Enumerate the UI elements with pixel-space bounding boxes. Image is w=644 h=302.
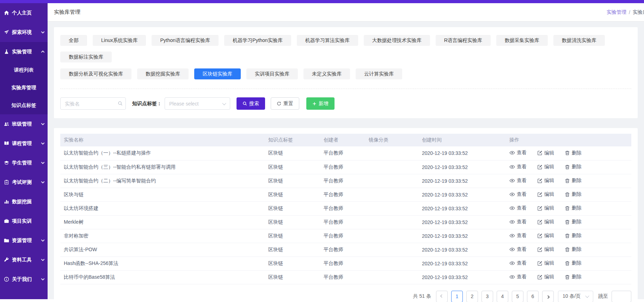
sidebar-item-about[interactable]: 关于我们 (0, 270, 48, 289)
view-action[interactable]: 查看 (509, 274, 527, 280)
filter-tag[interactable]: 全部 (60, 35, 87, 46)
view-action[interactable]: 查看 (509, 232, 527, 239)
page-number-button[interactable]: 6 (527, 291, 539, 302)
users-icon (4, 121, 10, 127)
delete-action[interactable]: 删除 (565, 164, 582, 170)
page-number-button[interactable]: 5 (512, 291, 523, 302)
sidebar-item-course-list[interactable]: 课程列表 (0, 61, 48, 79)
sidebar-item-experiment[interactable]: 实验管理 (0, 42, 48, 61)
edit-action[interactable]: 编辑 (537, 177, 554, 184)
edit-action[interactable]: 编辑 (537, 205, 554, 211)
filter-tag[interactable]: 数据分析及可视化实验库 (60, 68, 131, 79)
delete-action[interactable]: 删除 (565, 191, 582, 198)
sidebar-item-class[interactable]: 班级管理 (0, 114, 48, 134)
experiment-name-input[interactable] (60, 97, 126, 110)
delete-action[interactable]: 删除 (565, 219, 582, 225)
content: 全部 Linux系统实验库 Python语言编程实验库 机器学习Python实验… (48, 22, 644, 302)
edit-action[interactable]: 编辑 (537, 274, 554, 280)
edit-icon (537, 178, 542, 183)
filter-tag[interactable]: 数据清洗实验库 (553, 35, 605, 46)
filter-tag[interactable]: 未定义实验库 (303, 68, 350, 79)
view-action[interactable]: 查看 (509, 205, 527, 211)
next-page-button[interactable] (542, 291, 554, 302)
sidebar-item-course[interactable]: 课程管理 (0, 134, 48, 153)
column-header-name: 实验名称 (60, 134, 265, 146)
tag-select[interactable]: Please select (165, 97, 230, 110)
filter-tag[interactable]: Linux系统实验库 (93, 35, 146, 46)
sidebar-item-tools[interactable]: 资料工具 (0, 250, 48, 270)
view-action[interactable]: 查看 (509, 246, 527, 253)
page-number-button[interactable]: 4 (497, 291, 508, 302)
page-size-select[interactable]: 10 条/页 (558, 291, 593, 302)
column-header-actions: 操作 (506, 134, 631, 146)
trash-icon (565, 178, 570, 183)
filter-tag[interactable]: 大数据处理技术实验库 (364, 35, 430, 46)
filter-tag[interactable]: 数据标注实验库 (60, 52, 112, 62)
table-row: 以太坊智能合约（一）--私链搭建与操作 区块链 平台教师 2020-12-19 … (60, 146, 631, 160)
view-action[interactable]: 查看 (509, 219, 527, 225)
view-action[interactable]: 查看 (509, 150, 527, 156)
delete-action[interactable]: 删除 (565, 260, 582, 266)
filter-tag[interactable]: 区块链实验库 (194, 68, 241, 79)
prev-page-button[interactable] (436, 291, 448, 302)
edit-action[interactable]: 编辑 (537, 232, 554, 239)
sidebar-item-project[interactable]: 项目实训 (0, 211, 48, 231)
sidebar-item-home[interactable]: 个人主页 (0, 3, 48, 23)
sidebar-item-resource[interactable]: 资源管理 (0, 231, 48, 250)
page-number-button[interactable]: 3 (482, 291, 493, 302)
search-form: 知识点标签： Please select 搜索 重置 (60, 97, 631, 110)
edit-action[interactable]: 编辑 (537, 260, 554, 266)
breadcrumb: 实验管理 / 实验库管理 (607, 3, 644, 21)
sidebar-item-data-mining[interactable]: 数据挖掘 (0, 192, 48, 211)
edit-icon (537, 192, 542, 197)
chevron-down-icon (585, 294, 589, 298)
sidebar-item-knowledge-tags[interactable]: 知识点标签 (0, 97, 48, 114)
search-button[interactable]: 搜索 (237, 97, 265, 110)
view-action[interactable]: 查看 (509, 191, 527, 198)
delete-action[interactable]: 删除 (565, 274, 582, 280)
sidebar-item-exam[interactable]: 考试评测 (0, 173, 48, 192)
breadcrumb-separator: / (629, 10, 630, 15)
delete-action[interactable]: 删除 (565, 150, 582, 156)
edit-action[interactable]: 编辑 (537, 219, 554, 225)
edit-icon (537, 219, 542, 225)
filter-tag[interactable]: 数据采集实验库 (496, 35, 548, 46)
filter-tag[interactable]: 实训项目实验库 (246, 68, 298, 79)
view-action[interactable]: 查看 (509, 260, 527, 266)
page-number-button[interactable]: 2 (466, 291, 478, 302)
cell-tag: 区块链 (265, 215, 320, 229)
edit-action[interactable]: 编辑 (537, 246, 554, 253)
sidebar-item-student[interactable]: 学生管理 (0, 153, 48, 173)
cell-created: 2020-12-19 03:33:52 (418, 215, 506, 229)
reset-button[interactable]: 重置 (271, 97, 299, 110)
filter-tag[interactable]: Python语言编程实验库 (152, 35, 219, 46)
delete-action[interactable]: 删除 (565, 246, 582, 253)
view-action[interactable]: 查看 (509, 177, 527, 184)
view-action[interactable]: 查看 (509, 164, 527, 170)
jump-input[interactable] (612, 291, 631, 302)
filter-tag[interactable]: 机器学习Python实验库 (224, 35, 291, 46)
sidebar-item-label: 资料工具 (12, 257, 32, 263)
cell-actions: 查看 编辑 删除 (506, 229, 631, 243)
edit-action[interactable]: 编辑 (537, 164, 554, 170)
eye-icon (509, 219, 515, 225)
delete-action[interactable]: 删除 (565, 177, 582, 184)
delete-action[interactable]: 删除 (565, 232, 582, 239)
page-number-button[interactable]: 1 (451, 291, 463, 302)
filter-tag[interactable]: R语言编程实验库 (436, 35, 491, 46)
edit-action[interactable]: 编辑 (537, 150, 554, 156)
edit-icon (537, 233, 542, 238)
breadcrumb-link[interactable]: 实验管理 (607, 9, 626, 16)
sidebar-item-label: 探索环境 (12, 29, 32, 36)
sidebar-item-explore[interactable]: 探索环境 (0, 23, 48, 42)
edit-icon (537, 261, 542, 266)
eye-icon (509, 164, 515, 170)
delete-action[interactable]: 删除 (565, 205, 582, 211)
sidebar-item-label: 学生管理 (12, 160, 32, 166)
filter-tag[interactable]: 云计算实验库 (356, 68, 402, 79)
sidebar-item-experiment-library[interactable]: 实验库管理 (0, 79, 48, 97)
filter-tag[interactable]: 数据挖掘实验库 (137, 68, 189, 79)
edit-action[interactable]: 编辑 (537, 191, 554, 198)
filter-tag[interactable]: 机器学习算法实验库 (297, 35, 358, 46)
add-button[interactable]: 新增 (306, 97, 335, 110)
